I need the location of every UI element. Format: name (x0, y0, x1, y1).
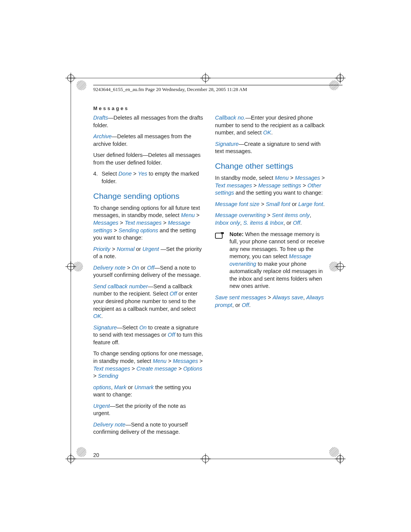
svg-rect-36 (215, 233, 222, 238)
paragraph: User defined folders—Deletes all message… (93, 152, 204, 166)
page-header: 9243644_6155_en_au.fm Page 20 Wednesday,… (93, 86, 247, 93)
svg-point-25 (329, 262, 339, 272)
paragraph: Archive—Deletes all messages from the ar… (93, 133, 204, 148)
paragraph: Send callback number—Send a callback num… (93, 283, 204, 320)
paragraph: Urgent—Set the priority of the note as u… (93, 403, 204, 417)
svg-point-26 (76, 447, 86, 457)
paragraph: To change sending options for one messag… (93, 350, 204, 380)
body-content: Drafts—Deletes all messages from the dra… (93, 114, 325, 446)
paragraph: In standby mode, select Menu > Messages … (215, 174, 325, 197)
paragraph: options, Mark or Unmark the setting you … (93, 384, 204, 399)
paragraph: Priority > Normal or Urgent —Set the pri… (93, 246, 204, 260)
list-item: 4. Select Done > Yes to empty the marked… (93, 170, 204, 185)
svg-point-27 (329, 447, 339, 457)
svg-point-23 (329, 80, 339, 90)
svg-point-22 (76, 80, 86, 90)
heading-change-other: Change other settings (215, 161, 325, 171)
paragraph: Delivery note—Send a note to yourself co… (93, 421, 204, 436)
paragraph: Save sent messages > Always save, Always… (215, 294, 325, 309)
paragraph: Message font size > Small font or Large … (215, 201, 325, 208)
svg-point-24 (73, 262, 83, 272)
paragraph: Callback no.—Enter your desired phone nu… (215, 114, 325, 137)
paragraph: Message overwriting > Sent items only, I… (215, 212, 325, 227)
paragraph: Signature—Select On to create a signatur… (93, 324, 204, 347)
note-block: Note: When the message memory is full, y… (215, 231, 325, 291)
section-label: Messages (93, 105, 129, 111)
note-text: Note: When the message memory is full, y… (229, 231, 325, 291)
paragraph: To change sending options for all future… (93, 204, 204, 242)
paragraph: Delivery note > On or Off—Send a note to… (93, 264, 204, 279)
header-rule (93, 85, 342, 85)
heading-change-sending: Change sending options (93, 191, 204, 201)
paragraph: Signature—Create a signature to send wit… (215, 141, 325, 155)
page-number: 20 (93, 452, 99, 458)
paragraph: Drafts—Deletes all messages from the dra… (93, 114, 204, 129)
note-icon (215, 231, 226, 291)
